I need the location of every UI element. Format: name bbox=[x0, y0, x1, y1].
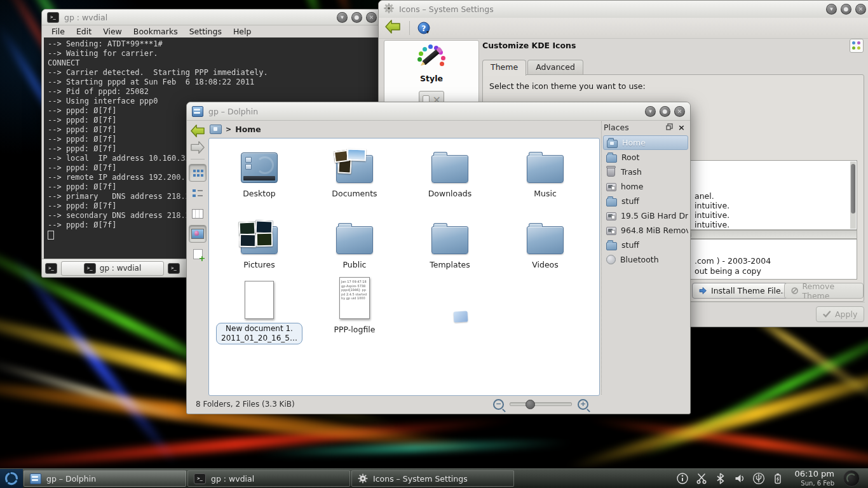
place-item-home[interactable]: home bbox=[603, 179, 688, 194]
apply-button[interactable]: Apply bbox=[816, 306, 864, 322]
folder-item-desktop[interactable]: Desktop bbox=[212, 144, 307, 212]
task-gp-wvdial[interactable]: >_gp : wvdial bbox=[187, 470, 350, 487]
bluetooth-icon[interactable] bbox=[714, 472, 727, 485]
close-button[interactable]: × bbox=[366, 12, 377, 23]
folder-item-public[interactable]: Public bbox=[307, 215, 402, 283]
folder-item-templates[interactable]: Templates bbox=[402, 215, 498, 283]
kde-launcher-button[interactable] bbox=[0, 469, 23, 488]
maximize-button[interactable]: ● bbox=[351, 12, 362, 23]
trash-icon bbox=[607, 167, 615, 177]
settings-tabs: Theme Advanced bbox=[482, 60, 585, 75]
system-settings-titlebar[interactable]: Icons – System Settings ▾ ● × bbox=[379, 1, 868, 18]
terminal-menu-edit[interactable]: Edit bbox=[71, 27, 97, 36]
terminal-menu-view[interactable]: View bbox=[97, 27, 128, 36]
mouse-cursor bbox=[454, 311, 468, 322]
install-theme-button[interactable]: Install Theme File... bbox=[692, 283, 796, 299]
zoom-out-icon[interactable]: − bbox=[493, 399, 504, 410]
breadcrumb-home[interactable]: Home bbox=[235, 125, 261, 134]
place-item-19-5-gib-hard-drive[interactable]: 19.5 GiB Hard Drive bbox=[603, 208, 688, 223]
place-item-root[interactable]: Root bbox=[603, 150, 688, 165]
terminal-menu-file[interactable]: File bbox=[46, 27, 71, 36]
forward-button[interactable] bbox=[189, 139, 207, 156]
folder-item-downloads[interactable]: Downloads bbox=[402, 144, 498, 212]
file-label: Videos bbox=[498, 260, 593, 269]
overview-icon[interactable] bbox=[850, 39, 864, 53]
places-panel-header: Places × bbox=[604, 123, 685, 132]
help-button[interactable]: ? ▾ bbox=[417, 22, 429, 35]
blank-file-icon bbox=[245, 281, 274, 319]
place-item-trash[interactable]: Trash bbox=[603, 165, 688, 179]
close-panel-icon[interactable]: × bbox=[678, 123, 685, 132]
remove-theme-button[interactable]: Remove Theme bbox=[784, 283, 864, 299]
close-button[interactable]: × bbox=[855, 4, 866, 15]
folder-icon bbox=[606, 154, 617, 163]
split-view-button[interactable] bbox=[189, 245, 207, 263]
kde-logo-icon bbox=[3, 470, 20, 487]
tab-theme[interactable]: Theme bbox=[482, 60, 526, 76]
task-gp-dolphin[interactable]: gp – Dolphin bbox=[24, 470, 186, 487]
icons-view-button[interactable] bbox=[189, 164, 207, 182]
sidebar-item-style[interactable]: Style bbox=[384, 74, 478, 83]
minimize-button[interactable]: ▾ bbox=[826, 4, 837, 15]
home-folder-icon[interactable] bbox=[210, 125, 222, 134]
theme-list-text-fragment: anel. bbox=[695, 191, 714, 201]
theme-desc-text-fragment: .com ) - 2003-2004 bbox=[695, 256, 771, 266]
info-icon[interactable] bbox=[676, 472, 689, 485]
zoom-in-icon[interactable]: + bbox=[578, 399, 588, 410]
minimize-button[interactable]: ▾ bbox=[337, 12, 348, 23]
place-item-964-8-mib-remov[interactable]: 964.8 MiB Remov… bbox=[603, 223, 688, 238]
back-arrow-icon bbox=[384, 19, 402, 34]
battery-icon[interactable] bbox=[771, 472, 784, 485]
maximize-button[interactable]: ● bbox=[660, 106, 670, 117]
konsole-tab[interactable]: >_ gp : wvdial bbox=[61, 261, 164, 276]
place-label: Root bbox=[621, 152, 639, 162]
folder-item-pictures[interactable]: Pictures bbox=[212, 215, 307, 283]
folder-view[interactable]: DesktopDocumentsDownloadsMusicPicturesPu… bbox=[208, 138, 600, 396]
places-panel: HomeRootTrashhomestuff19.5 GiB Hard Driv… bbox=[601, 121, 688, 395]
disk-icon bbox=[606, 212, 616, 220]
terminal-menu-help[interactable]: Help bbox=[227, 27, 257, 36]
minimize-button[interactable]: ▾ bbox=[645, 106, 656, 117]
preview-toggle-button[interactable] bbox=[189, 225, 207, 243]
back-button[interactable] bbox=[384, 19, 402, 37]
tab-list-button[interactable]: >_ bbox=[168, 263, 180, 274]
details-view-button[interactable] bbox=[189, 184, 207, 202]
dropdown-caret-icon: ▾ bbox=[426, 29, 429, 35]
new-tab-button[interactable]: >_ bbox=[45, 263, 57, 274]
back-button[interactable] bbox=[189, 123, 207, 139]
dolphin-titlebar[interactable]: gp – Dolphin ▾ ● × bbox=[187, 102, 690, 121]
folder-item-music[interactable]: Music bbox=[498, 144, 593, 212]
place-label: 19.5 GiB Hard Drive bbox=[621, 211, 688, 220]
panel-cashew-icon[interactable] bbox=[843, 470, 860, 487]
folder-item-videos[interactable]: Videos bbox=[498, 215, 593, 283]
usb-icon[interactable] bbox=[752, 472, 765, 485]
clipboard-scissors-icon[interactable] bbox=[695, 472, 708, 485]
place-item-stuff[interactable]: stuff bbox=[603, 238, 688, 252]
back-arrow-icon bbox=[190, 124, 205, 138]
place-item-home[interactable]: Home bbox=[603, 135, 688, 150]
volume-icon[interactable] bbox=[733, 472, 746, 485]
konsole-titlebar[interactable]: >_ gp : wvdial ▾ ● × bbox=[42, 10, 382, 25]
vertical-scrollbar[interactable] bbox=[850, 161, 856, 229]
columns-view-button[interactable] bbox=[189, 205, 207, 222]
folder-item-documents[interactable]: Documents bbox=[307, 144, 402, 212]
place-item-bluetooth[interactable]: Bluetooth bbox=[603, 252, 688, 267]
float-panel-icon[interactable] bbox=[666, 123, 673, 132]
clock[interactable]: 06:10 pm Sun, 6 Feb bbox=[794, 470, 834, 488]
file-item-ppp-logfile[interactable]: Jan 17 09:47:18 gp-Aspire-5738 pppd[1946… bbox=[307, 280, 402, 348]
task-list: gp – Dolphin>_gp : wvdialIcons – System … bbox=[23, 469, 515, 488]
task-icons-system-settings[interactable]: Icons – System Settings bbox=[351, 470, 514, 487]
close-button[interactable]: × bbox=[674, 106, 685, 117]
zoom-slider[interactable] bbox=[510, 402, 572, 406]
file-item-new-document[interactable]: New document 1.2011_01_20_16_5… bbox=[212, 280, 307, 348]
terminal-menu-settings[interactable]: Settings bbox=[184, 27, 227, 36]
terminal-menu-bookmarks[interactable]: Bookmarks bbox=[128, 27, 184, 36]
toolbar-separator bbox=[409, 21, 410, 35]
file-label: Templates bbox=[402, 260, 498, 269]
tab-advanced[interactable]: Advanced bbox=[527, 60, 583, 75]
file-label: PPP-logfile bbox=[307, 325, 402, 334]
no-entry-icon bbox=[791, 287, 798, 295]
file-label: Music bbox=[498, 189, 593, 198]
maximize-button[interactable]: ● bbox=[841, 4, 851, 15]
place-item-stuff[interactable]: stuff bbox=[603, 194, 688, 208]
